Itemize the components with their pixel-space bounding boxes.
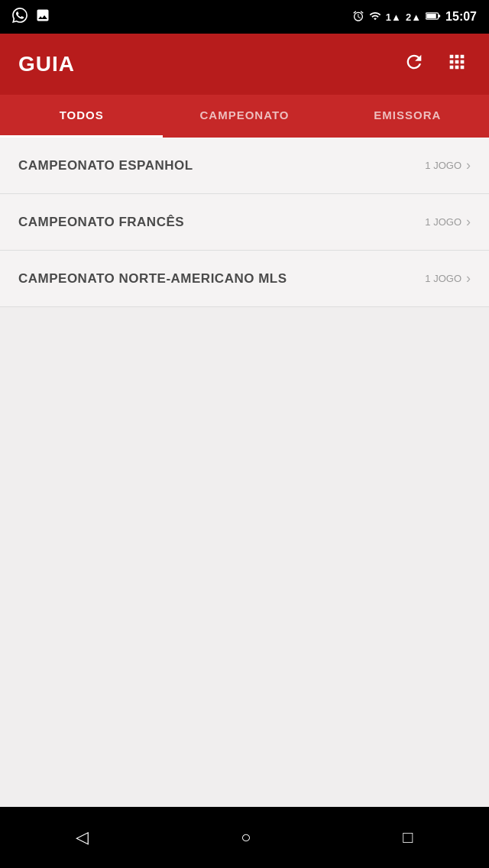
status-bar-left bbox=[12, 8, 50, 26]
chevron-right-icon: › bbox=[466, 214, 471, 230]
tab-campeonato[interactable]: CAMPEONATO bbox=[163, 95, 325, 138]
list-item[interactable]: CAMPEONATO NORTE-AMERICANO MLS 1 JOGO › bbox=[0, 251, 489, 307]
tabs-bar: TODOS CAMPEONATO EMISSORA bbox=[0, 95, 489, 138]
list-item[interactable]: CAMPEONATO FRANCÊS 1 JOGO › bbox=[0, 194, 489, 251]
alarm-icon bbox=[352, 10, 364, 24]
tab-todos[interactable]: TODOS bbox=[0, 95, 163, 138]
back-button[interactable]: ◁ bbox=[53, 820, 112, 855]
home-button[interactable]: ○ bbox=[218, 820, 274, 855]
status-bar-right: 1▲ 2▲ 15:07 bbox=[352, 10, 477, 24]
chevron-right-icon: › bbox=[466, 270, 471, 287]
app-header: GUIA bbox=[0, 34, 489, 95]
status-bar: 1▲ 2▲ 15:07 bbox=[0, 0, 489, 34]
grid-button[interactable] bbox=[443, 48, 471, 80]
battery-icon bbox=[426, 10, 441, 24]
list-item-title: CAMPEONATO NORTE-AMERICANO MLS bbox=[18, 271, 287, 287]
list-item-right: 1 JOGO › bbox=[425, 214, 471, 230]
signal1-icon: 1▲ bbox=[386, 11, 401, 23]
status-time: 15:07 bbox=[445, 10, 477, 24]
refresh-button[interactable] bbox=[400, 48, 428, 80]
list-item[interactable]: CAMPEONATO ESPANHOL 1 JOGO › bbox=[0, 138, 489, 194]
recent-button[interactable]: □ bbox=[380, 820, 436, 855]
list-item-title: CAMPEONATO FRANCÊS bbox=[18, 215, 184, 230]
list-item-right: 1 JOGO › bbox=[425, 270, 471, 287]
list-item-title: CAMPEONATO ESPANHOL bbox=[18, 158, 193, 173]
jogo-count: 1 JOGO bbox=[425, 160, 461, 171]
list-item-right: 1 JOGO › bbox=[425, 157, 471, 173]
refresh-icon bbox=[403, 51, 425, 73]
bottom-nav: ◁ ○ □ bbox=[0, 807, 489, 868]
grid-icon bbox=[446, 51, 468, 73]
app-title: GUIA bbox=[18, 52, 75, 76]
jogo-count: 1 JOGO bbox=[425, 273, 461, 284]
header-icons bbox=[400, 48, 471, 80]
jogo-count: 1 JOGO bbox=[425, 216, 461, 228]
signal2-icon: 2▲ bbox=[406, 11, 421, 23]
svg-rect-2 bbox=[426, 14, 436, 18]
content-area: CAMPEONATO ESPANHOL 1 JOGO › CAMPEONATO … bbox=[0, 138, 489, 807]
photo-icon bbox=[35, 8, 50, 26]
chevron-right-icon: › bbox=[466, 157, 471, 173]
svg-rect-1 bbox=[439, 15, 441, 17]
tab-emissora[interactable]: EMISSORA bbox=[326, 95, 489, 138]
whatsapp-icon bbox=[12, 8, 28, 26]
wifi-icon bbox=[369, 10, 381, 24]
